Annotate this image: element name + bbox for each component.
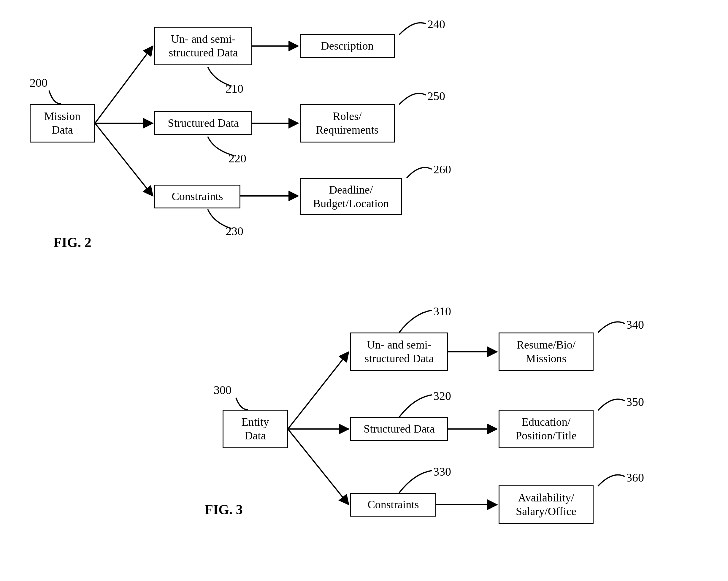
entity-data-box: EntityData: [223, 410, 288, 448]
deadline-box: Deadline/Budget/Location: [300, 178, 402, 215]
unstructured-text-3: Un- and semi-structured Data: [364, 338, 434, 365]
unstructured-box-2: Un- and semi-structured Data: [154, 27, 252, 65]
ref-230: 230: [226, 224, 243, 238]
structured-box-2: Structured Data: [154, 111, 252, 135]
constraints-text-2: Constraints: [172, 190, 223, 203]
svg-line-8: [288, 429, 349, 505]
ref-340: 340: [626, 318, 644, 332]
ref-310: 310: [433, 304, 451, 318]
education-box: Education/Position/Title: [499, 410, 594, 448]
constraints-text-3: Constraints: [367, 498, 419, 511]
ref-260: 260: [433, 162, 451, 176]
ref-350: 350: [626, 395, 644, 409]
availability-box: Availability/Salary/Office: [499, 485, 594, 524]
structured-box-3: Structured Data: [350, 417, 448, 441]
svg-line-2: [95, 123, 153, 196]
svg-line-0: [95, 46, 153, 123]
unstructured-text-2: Un- and semi-structured Data: [168, 32, 238, 59]
constraints-box-2: Constraints: [154, 185, 240, 208]
constraints-box-3: Constraints: [350, 493, 436, 516]
ref-250: 250: [427, 89, 445, 103]
description-text: Description: [321, 39, 373, 53]
ref-360: 360: [626, 471, 644, 484]
deadline-text: Deadline/Budget/Location: [313, 183, 389, 210]
svg-line-6: [288, 352, 349, 429]
ref-210: 210: [226, 82, 243, 96]
unstructured-box-3: Un- and semi-structured Data: [350, 332, 448, 371]
ref-220: 220: [229, 151, 246, 166]
structured-text-2: Structured Data: [168, 117, 239, 130]
ref-240: 240: [427, 17, 445, 31]
fig2-caption: FIG. 2: [53, 234, 92, 250]
availability-text: Availability/Salary/Office: [516, 491, 576, 518]
ref-320: 320: [433, 389, 451, 403]
ref-330: 330: [433, 464, 451, 479]
entity-data-text: EntityData: [241, 415, 269, 443]
roles-text: Roles/Requirements: [316, 109, 379, 136]
education-text: Education/Position/Title: [516, 415, 577, 443]
ref-200: 200: [30, 76, 48, 90]
mission-data-box: MissionData: [30, 104, 95, 143]
structured-text-3: Structured Data: [364, 422, 435, 436]
resume-text: Resume/Bio/Missions: [517, 338, 575, 365]
roles-box: Roles/Requirements: [300, 104, 395, 143]
ref-300: 300: [214, 383, 232, 397]
fig3-caption: FIG. 3: [205, 502, 243, 517]
description-box: Description: [300, 34, 395, 58]
resume-box: Resume/Bio/Missions: [499, 332, 594, 371]
mission-data-text: MissionData: [44, 109, 80, 136]
